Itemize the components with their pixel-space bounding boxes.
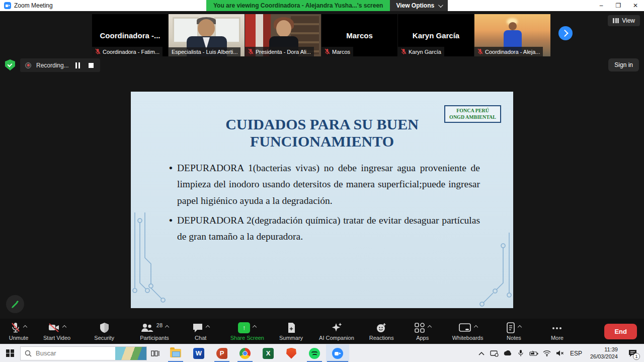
smiley-icon bbox=[376, 322, 387, 333]
taskbar-file-explorer[interactable] bbox=[164, 344, 187, 362]
shield-icon bbox=[100, 322, 109, 333]
chat-button[interactable]: Chat bbox=[189, 322, 212, 341]
participant-tile-active-speaker[interactable]: Especialista - Luis Alberti... bbox=[169, 14, 245, 56]
chevron-up-icon[interactable] bbox=[23, 325, 27, 329]
apps-grid-icon bbox=[414, 322, 425, 333]
taskbar-search[interactable] bbox=[20, 346, 147, 360]
close-button[interactable]: ✕ bbox=[627, 0, 644, 11]
pencil-icon bbox=[11, 300, 20, 309]
sign-in-button[interactable]: Sign in bbox=[608, 58, 639, 71]
participant-tile[interactable]: Karyn García Karyn García bbox=[398, 14, 474, 56]
chevron-up-icon[interactable] bbox=[205, 325, 209, 329]
chevron-up-icon[interactable] bbox=[427, 325, 431, 329]
muted-mic-icon bbox=[401, 48, 407, 55]
view-layout-button[interactable]: View bbox=[608, 15, 640, 26]
chevron-up-icon[interactable] bbox=[253, 325, 257, 329]
cast-display-button[interactable] bbox=[490, 344, 500, 362]
microphone-icon bbox=[518, 349, 524, 357]
slide-title: CUIDADOS PARA SU BUEN FUNCIONAMIENTO bbox=[204, 116, 440, 150]
participants-count: 28 bbox=[156, 322, 163, 328]
participant-label: Karyn García bbox=[398, 47, 444, 56]
brave-icon bbox=[286, 348, 296, 359]
search-highlight-image[interactable] bbox=[115, 347, 146, 360]
chevron-up-icon[interactable] bbox=[518, 325, 522, 329]
viewing-banner: You are viewing Coordinadora - Alejandra… bbox=[206, 0, 390, 11]
chrome-icon bbox=[239, 348, 251, 359]
task-view-icon bbox=[151, 349, 160, 357]
start-button[interactable] bbox=[0, 344, 20, 362]
windows-taskbar: W P X ESP 11:39 26/03/202 bbox=[0, 344, 644, 362]
chevron-up-icon[interactable] bbox=[165, 325, 169, 329]
slide-bullet: DEPURADORA 2(degradación química) tratar… bbox=[169, 212, 480, 245]
pinned-apps: W P X bbox=[164, 344, 349, 362]
sparkle-icon bbox=[331, 322, 343, 333]
participants-icon bbox=[140, 322, 153, 333]
restore-button[interactable]: ❐ bbox=[610, 0, 627, 11]
participants-button[interactable]: 28 Participants bbox=[140, 322, 169, 341]
share-screen-icon: ↑ bbox=[238, 322, 250, 333]
minimize-button[interactable]: – bbox=[593, 0, 610, 11]
stop-recording-button[interactable] bbox=[87, 62, 95, 69]
participant-tile[interactable]: Coordinadora -... Coordinadora - Fatim..… bbox=[92, 14, 168, 56]
apps-button[interactable]: Apps bbox=[411, 322, 434, 341]
circuit-decoration-left bbox=[131, 212, 171, 308]
onedrive-button[interactable] bbox=[503, 344, 513, 362]
chevron-up-icon bbox=[478, 351, 485, 355]
more-button[interactable]: More bbox=[545, 322, 569, 341]
participant-label: Especialista - Luis Alberti... bbox=[169, 47, 240, 56]
participant-tile[interactable]: Presidenta - Dora Ali... bbox=[245, 14, 321, 56]
pause-recording-button[interactable] bbox=[74, 62, 82, 69]
taskbar-brave[interactable] bbox=[280, 344, 303, 362]
share-screen-button[interactable]: ↑ Share Screen bbox=[230, 322, 264, 341]
wifi-icon bbox=[543, 350, 551, 356]
participant-tile[interactable]: Marcos Marcos bbox=[321, 14, 397, 56]
language-indicator[interactable]: ESP bbox=[568, 350, 584, 357]
muted-mic-icon bbox=[95, 48, 101, 55]
notes-button[interactable]: Notes bbox=[502, 322, 525, 341]
chevron-up-icon[interactable] bbox=[473, 325, 477, 329]
start-video-button[interactable]: Start Video bbox=[43, 322, 70, 341]
security-button[interactable]: Security bbox=[93, 322, 116, 341]
cast-display-icon bbox=[490, 350, 499, 357]
taskbar-zoom[interactable] bbox=[326, 344, 349, 362]
microphone-tray-button[interactable] bbox=[516, 344, 526, 362]
window-titlebar: Zoom Meeting You are viewing Coordinador… bbox=[0, 0, 644, 11]
participant-label: Presidenta - Dora Ali... bbox=[245, 47, 314, 56]
task-view-button[interactable] bbox=[147, 344, 164, 362]
wifi-button[interactable] bbox=[542, 344, 552, 362]
slide-bullet: DEPURADORA 1(bacterias vivas) no debe in… bbox=[169, 160, 480, 209]
file-explorer-icon bbox=[170, 349, 181, 357]
taskbar-powerpoint[interactable]: P bbox=[210, 344, 233, 362]
summary-button[interactable]: Summary bbox=[279, 322, 303, 341]
chevron-up-icon[interactable] bbox=[62, 325, 66, 329]
next-participants-button[interactable] bbox=[558, 26, 573, 40]
taskbar-spotify[interactable] bbox=[303, 344, 326, 362]
end-meeting-button[interactable]: End bbox=[604, 324, 637, 339]
taskbar-word[interactable]: W bbox=[187, 344, 210, 362]
taskbar-excel[interactable]: X bbox=[257, 344, 280, 362]
participant-label: Marcos bbox=[321, 47, 353, 56]
cloud-icon bbox=[503, 350, 512, 356]
view-options-button[interactable]: View Options bbox=[390, 0, 448, 11]
ai-companion-button[interactable]: AI Companion bbox=[319, 322, 354, 341]
tray-time: 11:39 bbox=[590, 346, 618, 353]
clock[interactable]: 11:39 26/03/2024 bbox=[587, 346, 621, 360]
notification-center-button[interactable]: 1 bbox=[624, 344, 641, 362]
participant-tile[interactable]: Coordinadora - Aleja... bbox=[474, 14, 550, 56]
taskbar-chrome[interactable] bbox=[233, 344, 257, 362]
system-tray: ESP 11:39 26/03/2024 1 bbox=[476, 344, 644, 362]
unmute-button[interactable]: Unmute bbox=[7, 322, 30, 341]
reactions-button[interactable]: Reactions bbox=[369, 322, 394, 341]
hidden-icons-button[interactable] bbox=[476, 344, 487, 362]
search-input[interactable] bbox=[36, 349, 111, 357]
annotate-button[interactable] bbox=[6, 295, 24, 313]
window-title: Zoom Meeting bbox=[14, 2, 53, 9]
muted-mic-icon bbox=[325, 48, 330, 55]
more-dots-icon bbox=[551, 323, 563, 334]
battery-button[interactable] bbox=[529, 344, 539, 362]
whiteboards-button[interactable]: Whiteboards bbox=[452, 322, 484, 341]
recording-dot-icon bbox=[25, 62, 31, 68]
powerpoint-icon: P bbox=[216, 348, 227, 359]
volume-muted-button[interactable] bbox=[555, 344, 565, 362]
search-icon bbox=[25, 350, 32, 357]
